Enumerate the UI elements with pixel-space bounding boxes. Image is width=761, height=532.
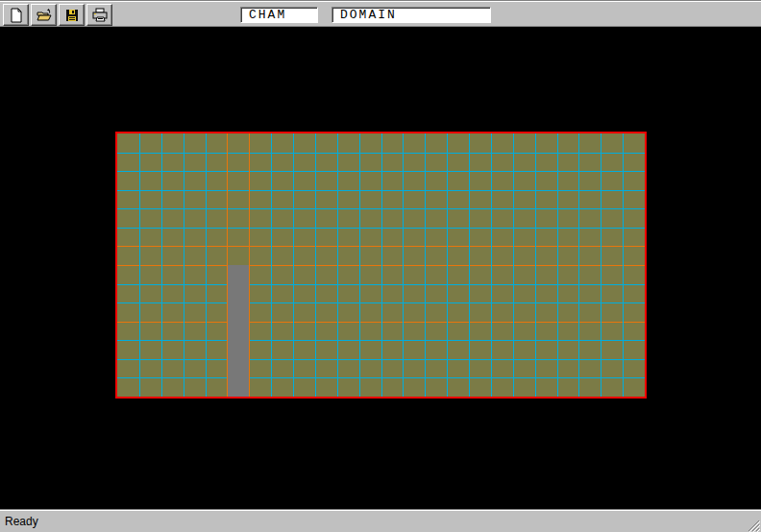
grid-line-vertical <box>535 133 536 397</box>
open-button[interactable] <box>31 4 57 26</box>
grid-line-vertical <box>601 133 601 397</box>
toolbar <box>0 0 761 27</box>
domain-viewport[interactable] <box>0 27 761 509</box>
obstacle-block[interactable] <box>228 265 249 397</box>
grid-line-vertical <box>557 133 558 397</box>
grid-line-vertical <box>403 133 404 397</box>
grid-line-vertical <box>337 133 338 397</box>
grid-line-vertical <box>139 133 140 397</box>
grid-line-vertical <box>315 133 316 397</box>
grid-line-vertical <box>491 133 492 397</box>
save-button[interactable] <box>59 4 85 26</box>
grid-line-vertical <box>447 133 448 397</box>
grid-line-vertical <box>227 133 228 397</box>
grid-line-vertical <box>359 133 360 397</box>
grid-line-vertical <box>513 133 514 397</box>
grid-line-vertical <box>184 133 184 397</box>
grid-line-vertical <box>293 133 294 397</box>
open-folder-icon <box>37 8 52 23</box>
app-window: { "toolbar": { "buttons": [ { "label": "… <box>0 0 761 532</box>
print-button[interactable] <box>86 4 112 26</box>
save-floppy-icon <box>64 8 80 23</box>
grid-line-vertical <box>206 133 207 397</box>
statusbar: Ready <box>0 509 761 532</box>
resize-grip-icon[interactable] <box>748 519 760 531</box>
new-document-icon <box>9 8 24 23</box>
new-button[interactable] <box>3 4 29 26</box>
grid-line-vertical <box>381 133 382 397</box>
grid-line-vertical <box>271 133 272 397</box>
grid-line-vertical <box>623 133 624 397</box>
grid-line-vertical <box>425 133 426 397</box>
print-icon <box>92 8 108 23</box>
domain-grid <box>115 132 647 399</box>
grid-line-vertical <box>469 133 470 397</box>
domain-field[interactable] <box>331 7 491 23</box>
cham-field[interactable] <box>240 7 318 23</box>
grid-line-vertical <box>578 133 579 397</box>
status-text: Ready <box>5 515 38 528</box>
grid-line-vertical <box>249 133 250 397</box>
grid-line-vertical <box>161 133 162 397</box>
